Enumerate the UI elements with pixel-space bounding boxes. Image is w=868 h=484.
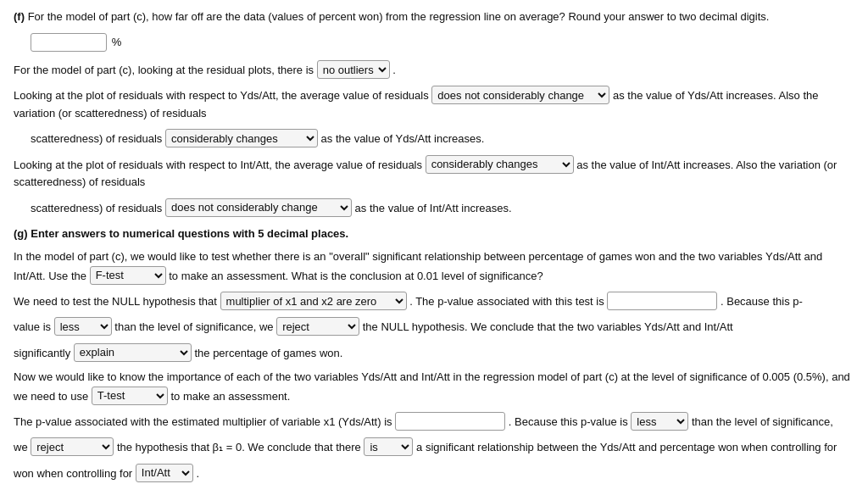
reject-post: the NULL hypothesis. We conclude that th… [363, 320, 733, 333]
x1-we: we [14, 441, 28, 453]
x1-pval-input[interactable] [395, 412, 505, 431]
part-f-header: (f) For the model of part (c), how far o… [14, 8, 854, 26]
x1-pval-para: The p-value associated with the estimate… [14, 412, 854, 431]
yds-avg-pre: Looking at the plot of residuals with re… [14, 89, 429, 102]
x1-won-pre: won when controlling for [14, 466, 132, 479]
x1-period: . [196, 466, 199, 479]
part-f-label: (f) [14, 10, 25, 23]
yds-residual-line: Looking at the plot of residuals with re… [14, 86, 854, 122]
pct-games-post: the percentage of games won. [194, 346, 342, 359]
sig-pre: significantly [14, 346, 70, 359]
x1-is-dropdown[interactable]: is is not [364, 437, 413, 456]
pval-compare-para: value is less greater than the level of … [14, 317, 854, 336]
part-g-section: (g) Enter answers to numerical questions… [14, 225, 854, 484]
x1-pval-compare-dropdown[interactable]: less greater [631, 412, 688, 431]
pval-sig-pre: than the level of significance, we [114, 320, 273, 333]
outliers-dropdown[interactable]: no outliers outliers [317, 60, 390, 79]
int-scatter-post: as the value of Int/Att increases. [355, 201, 512, 214]
yds-avg-dropdown[interactable]: does not considerably change considerabl… [431, 86, 609, 104]
pval-post: . Because this p‑ [721, 295, 803, 308]
null-hyp-dropdown[interactable]: multiplier of x1 and x2 are zero multipl… [220, 292, 407, 310]
int-avg-dropdown[interactable]: considerably changes does not considerab… [426, 155, 574, 174]
x1-control-dropdown[interactable]: Int/Att Yds/Att [136, 464, 193, 482]
int-scatter-pre: scatteredness) of residuals [31, 201, 162, 214]
null-hyp-para: We need to test the NULL hypothesis that… [14, 292, 854, 310]
int-residual-line: Looking at the plot of residuals with re… [14, 155, 854, 192]
x1-reject-dropdown[interactable]: reject do not reject [31, 437, 114, 456]
importance-test-dropdown[interactable]: T-test F-test Chi-square [92, 387, 168, 405]
yds-scatter-line: scatteredness) of residuals considerably… [31, 129, 854, 147]
x1-pval-sig-pre: than the level of significance, [692, 415, 833, 428]
part-f-pct-row: % [31, 33, 854, 52]
reject-dropdown[interactable]: reject do not reject [276, 317, 359, 336]
residual-outliers-line: For the model of part (c), looking at th… [14, 60, 854, 79]
test-type-dropdown[interactable]: F-test T-test Chi-square [90, 266, 166, 285]
pval-pre: . The p-value associated with this test … [409, 295, 604, 308]
pval-value-pre: value is [14, 320, 51, 333]
importance-para: Now we would like to know the importance… [14, 369, 854, 405]
importance-post: to make an assessment. [170, 389, 290, 402]
overall-test-mid: to make an assessment. What is the concl… [169, 269, 543, 281]
part-f-section: (f) For the model of part (c), how far o… [14, 8, 854, 217]
yds-scatter-dropdown[interactable]: considerably changes does not considerab… [165, 129, 318, 147]
yds-scatter-pre: scatteredness) of residuals [31, 132, 162, 145]
null-hyp-pre: We need to test the NULL hypothesis that [14, 295, 217, 308]
x1-is-post: a significant relationship between the Y… [416, 441, 837, 453]
x1-reject-para: we reject do not reject the hypothesis t… [14, 437, 854, 456]
x1-control-para: won when controlling for Int/Att Yds/Att… [14, 464, 854, 482]
pval-input[interactable] [607, 292, 717, 310]
sig-explain-para: significantly explain significantly expl… [14, 343, 854, 362]
residual-line1-post: . [392, 64, 396, 76]
yds-scatter-post: as the value of Yds/Att increases. [321, 132, 485, 145]
residual-line1-pre: For the model of part (c), looking at th… [14, 64, 314, 76]
pct-input[interactable] [31, 33, 107, 52]
part-g-header: (g) Enter answers to numerical questions… [14, 225, 854, 243]
pct-symbol: % [112, 36, 122, 48]
int-avg-pre: Looking at the plot of residuals with re… [14, 158, 422, 170]
part-g-intro: Enter answers to numerical questions wit… [31, 227, 348, 240]
part-f-question: For the model of part (c), how far off a… [28, 10, 770, 23]
explain-dropdown[interactable]: explain significantly explain [74, 343, 192, 362]
x1-reject-post: the hypothesis that β₁ = 0. We conclude … [117, 441, 361, 453]
x1-pval-pre: The p-value associated with the estimate… [14, 415, 392, 428]
pval-compare-dropdown[interactable]: less greater [54, 317, 112, 336]
x1-pval-post: . Because this p‑value is [509, 415, 628, 428]
int-scatter-dropdown[interactable]: does not considerably change considerabl… [165, 198, 352, 217]
int-scatter-line: scatteredness) of residuals does not con… [31, 198, 854, 217]
part-g-label: (g) [14, 227, 28, 240]
overall-test-para: In the model of part (c), we would like … [14, 248, 854, 285]
